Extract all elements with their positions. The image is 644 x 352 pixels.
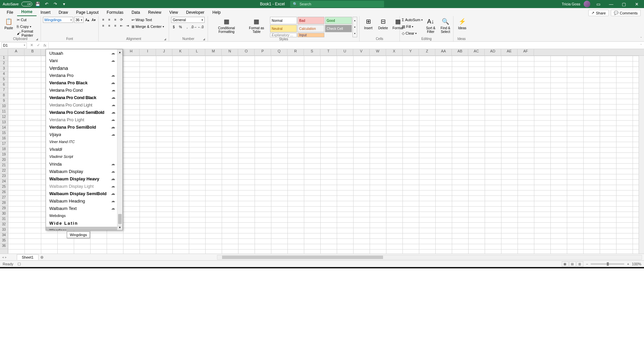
column-header[interactable]: H: [123, 49, 140, 55]
column-header[interactable]: K: [172, 49, 189, 55]
cell-styles-gallery[interactable]: Normal Bad Good Neutral Calculation Chec…: [270, 17, 352, 37]
format-as-table-button[interactable]: ▦Format as Table: [245, 17, 269, 34]
column-header[interactable]: R: [287, 49, 304, 55]
ribbon-display-icon[interactable]: ▭: [594, 1, 603, 7]
row-header[interactable]: 32: [0, 222, 8, 228]
number-dialog-icon[interactable]: ◢: [203, 38, 205, 41]
align-left-icon[interactable]: ≡: [101, 23, 106, 28]
sort-filter-button[interactable]: A↓Sort & Filter: [424, 17, 437, 34]
row-header[interactable]: 27: [0, 195, 8, 201]
font-option[interactable]: Vijaya☁: [46, 131, 117, 138]
font-name-combo[interactable]: Wingdings▾: [43, 17, 73, 23]
tab-review[interactable]: Review: [144, 9, 165, 16]
cancel-formula-icon[interactable]: ✕: [28, 43, 35, 47]
font-option[interactable]: Vivaldi: [46, 145, 117, 153]
currency-icon[interactable]: $: [171, 24, 176, 30]
sheet-nav[interactable]: ◂▸: [0, 255, 17, 259]
row-header[interactable]: 31: [0, 217, 8, 222]
row-header[interactable]: 8: [0, 93, 8, 99]
row-header[interactable]: 15: [0, 131, 8, 136]
column-header[interactable]: Z: [419, 49, 435, 55]
redo-icon[interactable]: ↷: [52, 1, 58, 7]
font-option[interactable]: Walbaum Display Heavy☁: [46, 175, 117, 182]
column-header[interactable]: T: [320, 49, 337, 55]
row-header[interactable]: 16: [0, 136, 8, 142]
vertical-scrollbar[interactable]: [639, 56, 644, 254]
row-header[interactable]: 34: [0, 233, 8, 238]
style-bad[interactable]: Bad: [298, 17, 324, 24]
row-header[interactable]: 7: [0, 88, 8, 93]
paste-button[interactable]: 📋 Paste: [2, 17, 15, 31]
row-header[interactable]: 35: [0, 238, 8, 244]
column-header[interactable]: A: [8, 49, 24, 55]
font-size-combo[interactable]: 36▾: [74, 17, 84, 23]
column-header[interactable]: AE: [501, 49, 518, 55]
font-option[interactable]: Verdana Pro SemiBold☁: [46, 123, 117, 131]
font-option[interactable]: Vladimir Script: [46, 153, 117, 160]
column-header[interactable]: AC: [468, 49, 485, 55]
format-painter-button[interactable]: 🖌Format Painter: [17, 30, 39, 36]
font-option[interactable]: Verdana Pro Cond Light☁: [46, 101, 117, 108]
name-box[interactable]: D1▾: [1, 42, 27, 48]
column-header[interactable]: X: [386, 49, 402, 55]
qat-customize-icon[interactable]: ▾: [61, 1, 67, 7]
row-header[interactable]: 36: [0, 244, 8, 249]
font-option[interactable]: Webdings: [46, 212, 117, 219]
align-bottom-icon[interactable]: ≡: [113, 17, 118, 22]
copy-button[interactable]: ⎘Copy▾: [17, 24, 39, 30]
tab-home[interactable]: Home: [17, 8, 36, 16]
row-header[interactable]: 23: [0, 174, 8, 179]
align-top-icon[interactable]: ≡: [101, 17, 106, 22]
row-header[interactable]: 3: [0, 67, 8, 72]
tab-draw[interactable]: Draw: [55, 9, 72, 16]
row-header[interactable]: 11: [0, 109, 8, 115]
tab-insert[interactable]: Insert: [37, 9, 55, 16]
select-all-corner[interactable]: [0, 49, 8, 55]
font-option[interactable]: Verdana Pro Cond SemiBold☁: [46, 108, 117, 116]
font-option[interactable]: Verdana: [46, 64, 117, 72]
column-header[interactable]: S: [304, 49, 320, 55]
column-header[interactable]: I: [140, 49, 156, 55]
row-header[interactable]: 22: [0, 169, 8, 174]
expand-formula-bar-icon[interactable]: ˅: [638, 44, 644, 47]
row-header[interactable]: 24: [0, 179, 8, 185]
column-header[interactable]: O: [238, 49, 255, 55]
minimize-icon[interactable]: —: [606, 1, 616, 7]
clipboard-dialog-icon[interactable]: ◢: [36, 38, 38, 41]
align-center-icon[interactable]: ≡: [107, 23, 112, 28]
row-header[interactable]: 28: [0, 201, 8, 206]
find-select-button[interactable]: 🔍Find & Select: [439, 17, 452, 34]
page-break-view-icon[interactable]: ▥: [577, 261, 583, 267]
column-header[interactable]: W: [370, 49, 386, 55]
zoom-level[interactable]: 100%: [632, 262, 641, 266]
comma-icon[interactable]: ,: [184, 24, 190, 30]
row-header[interactable]: 14: [0, 126, 8, 131]
column-header[interactable]: J: [156, 49, 172, 55]
font-option[interactable]: Walbaum Display Light☁: [46, 182, 117, 190]
horizontal-scrollbar[interactable]: [217, 255, 642, 260]
row-header[interactable]: 26: [0, 190, 8, 195]
style-calculation[interactable]: Calculation: [298, 25, 324, 32]
font-option[interactable]: Verdana Pro Cond☁: [46, 86, 117, 94]
column-header[interactable]: AA: [435, 49, 452, 55]
autosave-toggle[interactable]: Off: [21, 2, 32, 6]
tab-data[interactable]: Data: [127, 9, 144, 16]
column-header[interactable]: Q: [271, 49, 287, 55]
zoom-slider[interactable]: [591, 263, 624, 265]
tab-help[interactable]: Help: [208, 9, 225, 16]
row-header[interactable]: 4: [0, 72, 8, 77]
align-right-icon[interactable]: ≡: [113, 23, 118, 28]
save-icon[interactable]: 💾: [35, 1, 41, 7]
close-icon[interactable]: ✕: [632, 1, 641, 7]
row-header[interactable]: 9: [0, 99, 8, 104]
column-header[interactable]: M: [205, 49, 222, 55]
row-header[interactable]: 17: [0, 142, 8, 147]
number-format-combo[interactable]: General▾: [171, 17, 205, 23]
maximize-icon[interactable]: ▢: [619, 1, 629, 7]
style-check-cell[interactable]: Check Cell: [325, 25, 352, 32]
page-layout-view-icon[interactable]: ▤: [569, 261, 576, 267]
column-header[interactable]: U: [337, 49, 353, 55]
row-header[interactable]: 10: [0, 104, 8, 109]
font-dropdown-scrollbar[interactable]: ▴ ▾: [117, 49, 122, 230]
row-header[interactable]: 1: [0, 56, 8, 61]
